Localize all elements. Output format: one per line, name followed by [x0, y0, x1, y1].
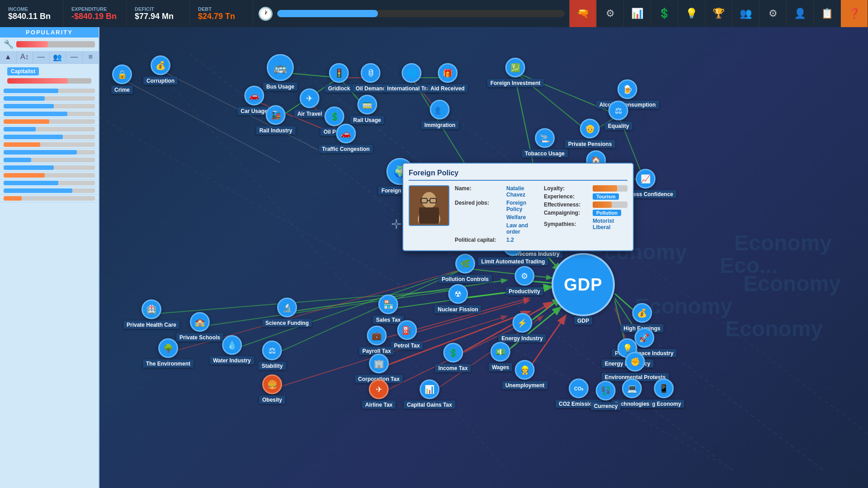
sidebar-item-1[interactable] [0, 87, 99, 95]
unemployment-label: Unemployment [502, 381, 548, 389]
the-environment-circle: 🌳 [158, 338, 178, 358]
pop-icon: 🔧 [4, 39, 14, 49]
node-nuclear-fission[interactable]: ☢ Nuclear Fission [434, 284, 481, 314]
node-obesity[interactable]: 🍔 Obesity [259, 375, 285, 404]
node-productivity[interactable]: ⚙ Productivity [505, 266, 543, 296]
node-aid-received[interactable]: 🎁 Aid Received [427, 63, 467, 93]
petrol-tax-label: Petrol Tax [391, 342, 423, 350]
node-foreign-investment[interactable]: 💹 Foreign Investment [487, 58, 544, 87]
toolbar-bulb-btn[interactable]: 💡 [678, 0, 705, 27]
node-water-industry[interactable]: 💧 Water Industry [210, 335, 254, 365]
sidebar-item-5[interactable] [0, 118, 99, 126]
node-pollution-controls[interactable]: 🌿 Pollution Controls [439, 254, 492, 283]
node-immigration[interactable]: 👥 Immigration [421, 100, 459, 129]
toolbar-help-btn[interactable]: ❓ [841, 0, 868, 27]
toolbar-profile-btn[interactable]: 👤 [787, 0, 814, 27]
sales-tax-circle: 🏪 [378, 295, 398, 314]
node-traffic-congestion[interactable]: 🚗 Traffic Congestion [319, 124, 373, 153]
income-value: $840.11 Bn [8, 12, 55, 21]
private-health-care-label: Private Health Care [123, 321, 179, 329]
node-rail-industry[interactable]: 🚂 Rail Industry [256, 105, 296, 135]
technologies-circle: 💻 [622, 379, 642, 399]
sidebar-tab-az[interactable]: A↕ [17, 51, 33, 63]
node-tobacco-usage[interactable]: 🚬 Tobacco Usage [522, 128, 568, 158]
sidebar-tab-menu[interactable]: ≡ [83, 51, 99, 63]
toolbar-chart-btn[interactable]: 📊 [624, 0, 651, 27]
debt-stat: DEBT $24.79 Tn [190, 0, 253, 27]
node-private-pensions[interactable]: 👴 Private Pensions [565, 119, 615, 148]
sidebar-item-8[interactable] [0, 141, 99, 149]
toolbar-groups-btn[interactable]: ⚙ [597, 0, 624, 27]
toolbar-settings-btn[interactable]: ⚙ [760, 0, 787, 27]
sidebar-item-9[interactable] [0, 149, 99, 156]
sidebar-tab-bar[interactable]: — [33, 51, 50, 63]
node-currency[interactable]: 💱 Currency [591, 381, 621, 410]
toolbar-people-btn[interactable]: 👥 [732, 0, 760, 27]
node-airline-tax[interactable]: ✈ Airline Tax [362, 380, 396, 409]
expenditure-value: -$840.19 Bn [71, 12, 118, 21]
node-payroll-tax[interactable]: 💼 Payroll Tax [359, 326, 394, 355]
sidebar-item-10[interactable] [0, 156, 99, 164]
pop-bar-bg [16, 41, 95, 47]
node-oil-demand[interactable]: 🛢 Oil Demand [353, 63, 389, 93]
productivity-label: Productivity [505, 287, 543, 296]
income-stat: INCOME $840.11 Bn [0, 0, 63, 27]
node-capital-gains-tax[interactable]: 📊 Capital Gains Tax [404, 380, 455, 409]
node-environmental-protests[interactable]: ✊ Environmental Protests [602, 352, 669, 381]
sidebar-item-2[interactable] [0, 95, 99, 103]
popup-sympathies-val1: Motorist [593, 218, 614, 224]
node-gridlock[interactable]: 🚦 Gridlock [325, 63, 354, 93]
popup-portrait [409, 185, 449, 226]
sidebar-item-15[interactable] [0, 195, 99, 202]
node-energy-industry[interactable]: ⚡ Energy Industry [498, 313, 546, 343]
expenditure-label: EXPENDITURE [71, 6, 118, 12]
toolbar-notes-btn[interactable]: 📋 [814, 0, 841, 27]
popup-experience-tag-text: Tourism [596, 194, 616, 199]
node-crime[interactable]: 🔒 Crime [111, 65, 133, 94]
policy-map: Economy Eco... Economy Economy Economy E… [99, 27, 868, 488]
sidebar-item-11[interactable] [0, 164, 99, 172]
node-stability[interactable]: ⚖ Stability [259, 341, 286, 370]
pop-bar-fill [16, 41, 48, 47]
node-rail-usage[interactable]: 🚃 Rail Usage [350, 95, 384, 124]
sidebar-item-6[interactable] [0, 126, 99, 133]
node-petrol-tax[interactable]: ⛽ Petrol Tax [391, 320, 423, 350]
node-science-funding[interactable]: 🔬 Science Funding [262, 298, 312, 327]
stability-label: Stability [259, 362, 286, 370]
sidebar-tab-dash[interactable]: — [66, 51, 83, 63]
popup-loyalty-row: Loyalty: [544, 185, 627, 192]
node-the-environment[interactable]: 🌳 The Environment [143, 338, 193, 368]
income-label: INCOME [8, 6, 55, 12]
sidebar-tab-people[interactable]: 👥 [50, 51, 66, 63]
sidebar-tab-up[interactable]: ▲ [0, 51, 17, 63]
node-income-tax[interactable]: 💲 Income Tax [435, 343, 471, 372]
capital-gains-tax-label: Capital Gains Tax [404, 401, 455, 409]
node-sales-tax[interactable]: 🏪 Sales Tax [373, 295, 404, 324]
node-gdp[interactable]: GDP [552, 253, 615, 316]
node-gdp-small[interactable]: GDP [574, 315, 592, 325]
deficit-value: $77.94 Mn [135, 12, 181, 21]
private-health-care-circle: 🏥 [142, 300, 161, 319]
sidebar-item-14[interactable] [0, 187, 99, 195]
node-corporation-tax[interactable]: 🏢 Corporation Tax [355, 354, 403, 383]
sidebar-item-7[interactable] [0, 133, 99, 141]
node-private-health-care[interactable]: 🏥 Private Health Care [123, 300, 179, 329]
toolbar-gun-btn[interactable]: 🔫 [570, 0, 597, 27]
unemployment-circle: 👷 [515, 360, 535, 380]
business-confidence-circle: 📈 [636, 169, 656, 189]
node-corruption[interactable]: 💰 Corruption [143, 56, 178, 85]
sidebar-item-12[interactable] [0, 172, 99, 179]
popup-name-row: Name: Natalie Chavez [455, 185, 538, 198]
pollution-controls-circle: 🌿 [455, 254, 475, 274]
toolbar-trophy-btn[interactable]: 🏆 [705, 0, 732, 27]
node-unemployment[interactable]: 👷 Unemployment [502, 360, 548, 389]
popup-sympathies-row: Sympathies: Motorist Liberal [544, 218, 627, 230]
sidebar-item-13[interactable] [0, 179, 99, 187]
sidebar-item-3[interactable] [0, 103, 99, 110]
popup-right: Loyalty: Experience: Tourism Effectivene… [544, 185, 627, 245]
toolbar-money-btn[interactable]: 💲 [651, 0, 678, 27]
sidebar-item-4[interactable] [0, 110, 99, 118]
private-pensions-circle: 👴 [580, 119, 600, 139]
node-bus-usage[interactable]: 🚌 Bus Usage [263, 54, 297, 91]
tobacco-usage-label: Tobacco Usage [522, 150, 568, 158]
